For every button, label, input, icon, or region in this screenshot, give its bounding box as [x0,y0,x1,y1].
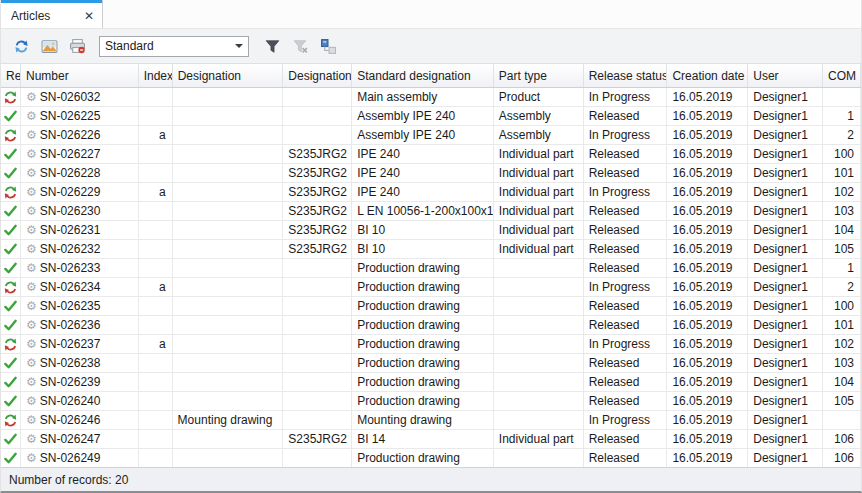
column-header-index[interactable]: Index [139,64,173,87]
cell-standard_designation: L EN 10056-1-200x100x12 [352,202,494,221]
column-header-user[interactable]: User [748,64,823,87]
cell-status [1,240,21,259]
cell-designation2: S235JRG2 [283,430,352,449]
column-header-part_type[interactable]: Part type [494,64,584,87]
cell-part_type [494,373,584,392]
table-row[interactable]: ⚙SN-026032Main assemblyProductIn Progres… [1,88,861,107]
table-row[interactable]: ⚙SN-026227S235JRG2IPE 240Individual part… [1,145,861,164]
cell-part_type: Individual part [494,164,584,183]
cell-com: 103 [823,354,861,373]
cell-number: ⚙SN-026228 [21,164,139,183]
article-gear-icon: ⚙ [26,224,37,236]
table-row[interactable]: ⚙SN-026230S235JRG2L EN 10056-1-200x100x1… [1,202,861,221]
table-row[interactable]: ⚙SN-026226aAssembly IPE 240AssemblyIn Pr… [1,126,861,145]
cell-number: ⚙SN-026232 [21,240,139,259]
table-row[interactable]: ⚙SN-026249Production drawingReleased16.0… [1,449,861,467]
cell-com: 101 [823,316,861,335]
table-row[interactable]: ⚙SN-026235Production drawingReleased16.0… [1,297,861,316]
column-header-release_status[interactable]: Release status [584,64,668,87]
table-row[interactable]: ⚙SN-026236Production drawingReleased16.0… [1,316,861,335]
cell-creation_date: 16.05.2019 [667,373,748,392]
filter-button[interactable] [259,34,285,58]
article-number: SN-026226 [40,128,101,142]
active-tab-accent [1,0,102,3]
table-row[interactable]: ⚙SN-026231S235JRG2BI 10Individual partRe… [1,221,861,240]
cell-designation [173,107,284,126]
column-header-com[interactable]: COM [823,64,861,87]
in-progress-icon [3,185,18,200]
cell-part_type: Assembly [494,126,584,145]
cell-part_type: Individual part [494,202,584,221]
article-number: SN-026239 [40,375,101,389]
cell-creation_date: 16.05.2019 [667,221,748,240]
table-row[interactable]: ⚙SN-026225Assembly IPE 240AssemblyReleas… [1,107,861,126]
refresh-button[interactable] [8,34,34,58]
cell-index [139,240,173,259]
table-row[interactable]: ⚙SN-026232S235JRG2BI 10Individual partRe… [1,240,861,259]
cell-creation_date: 16.05.2019 [667,392,748,411]
cell-com: 106 [823,449,861,467]
column-header-number[interactable]: Number [21,64,139,87]
cell-part_type: Individual part [494,221,584,240]
linked-objects-button[interactable] [315,34,341,58]
cell-com: 102 [823,335,861,354]
table-row[interactable]: ⚙SN-026247S235JRG2BI 14Individual partRe… [1,430,861,449]
cell-status [1,354,21,373]
cell-part_type [494,259,584,278]
cell-number: ⚙SN-026249 [21,449,139,467]
remove-filter-button[interactable] [287,34,313,58]
close-icon[interactable]: ✕ [84,10,94,22]
print-button[interactable] [64,34,90,58]
cell-standard_designation: Assembly IPE 240 [352,126,494,145]
table-row[interactable]: ⚙SN-026228S235JRG2IPE 240Individual part… [1,164,861,183]
table-row[interactable]: ⚙SN-026246Mounting drawingMounting drawi… [1,411,861,430]
cell-standard_designation: BI 10 [352,240,494,259]
column-header-standard_designation[interactable]: Standard designation [352,64,494,87]
cell-user: Designer1 [748,240,823,259]
released-check-icon [3,261,18,276]
cell-user: Designer1 [748,88,823,107]
released-check-icon [3,318,18,333]
show-image-button[interactable] [36,34,62,58]
article-number: SN-026233 [40,261,101,275]
cell-release_status: In Progress [584,183,668,202]
cell-user: Designer1 [748,392,823,411]
cell-part_type [494,411,584,430]
cell-number: ⚙SN-026238 [21,354,139,373]
table-row[interactable]: ⚙SN-026238Production drawingReleased16.0… [1,354,861,373]
cell-standard_designation: Production drawing [352,354,494,373]
table-row[interactable]: ⚙SN-026237aProduction drawingIn Progress… [1,335,861,354]
cell-release_status: Released [584,392,668,411]
cell-designation [173,202,284,221]
article-gear-icon: ⚙ [26,452,37,464]
tab-articles[interactable]: Articles ✕ [1,0,103,28]
cell-creation_date: 16.05.2019 [667,145,748,164]
remove-filter-icon [292,38,309,55]
cell-designation2 [283,107,352,126]
cell-status [1,202,21,221]
cell-com [823,411,861,430]
article-gear-icon: ⚙ [26,243,37,255]
table-row[interactable]: ⚙SN-026240Production drawingReleased16.0… [1,392,861,411]
table-row[interactable]: ⚙SN-026239Production drawingReleased16.0… [1,373,861,392]
cell-release_status: Released [584,145,668,164]
cell-release_status: Released [584,221,668,240]
cell-designation2 [283,88,352,107]
cell-creation_date: 16.05.2019 [667,316,748,335]
table-row[interactable]: ⚙SN-026234aProduction drawingIn Progress… [1,278,861,297]
result-list-selector[interactable]: Standard [99,36,249,57]
cell-com [823,88,861,107]
cell-designation2: S235JRG2 [283,164,352,183]
table-row[interactable]: ⚙SN-026233Production drawingReleased16.0… [1,259,861,278]
cell-com: 2 [823,278,861,297]
column-header-designation2[interactable]: Designation [283,64,352,87]
article-gear-icon: ⚙ [26,205,37,217]
in-progress-icon [3,128,18,143]
column-header-creation_date[interactable]: Creation date [667,64,748,87]
cell-user: Designer1 [748,107,823,126]
cell-status [1,449,21,467]
article-number: SN-026246 [40,413,101,427]
table-row[interactable]: ⚙SN-026229aS235JRG2IPE 240Individual par… [1,183,861,202]
column-header-status[interactable]: Re [1,64,21,87]
column-header-designation[interactable]: Designation [173,64,284,87]
